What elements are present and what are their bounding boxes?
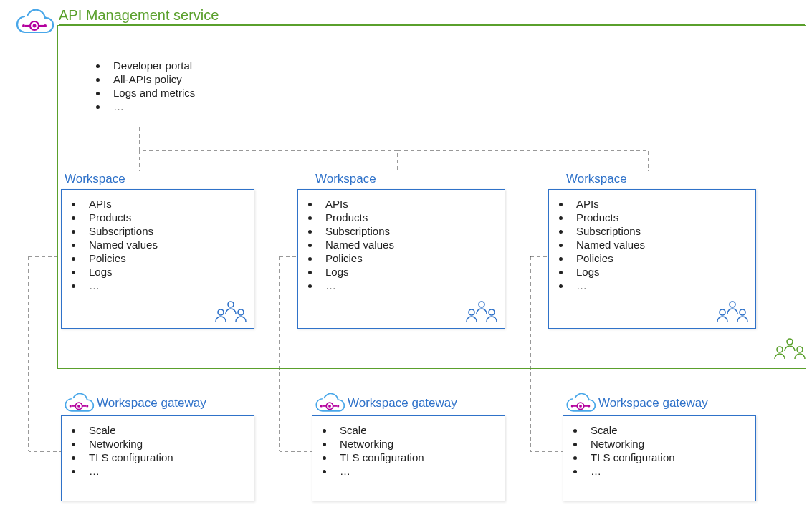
gateway-title: Workspace gateway [598, 396, 708, 410]
gateway-item: … [334, 464, 505, 478]
gateway-item: Networking [83, 437, 254, 451]
svg-point-14 [469, 309, 474, 315]
svg-point-11 [218, 309, 224, 315]
svg-point-18 [740, 309, 745, 315]
service-users-group-icon [773, 337, 807, 361]
svg-point-16 [730, 302, 735, 307]
svg-point-19 [787, 339, 793, 345]
workspace-item-list: APIs Products Subscriptions Named values… [549, 197, 755, 292]
gateway-item: Networking [334, 437, 505, 451]
workspace-item: Policies [320, 251, 505, 265]
workspace-item: Named values [83, 238, 254, 251]
apim-service-title: API Management service [59, 7, 219, 24]
workspace-item: Logs [83, 265, 254, 279]
gateway-item-list: Scale Networking TLS configuration … [312, 423, 505, 478]
svg-point-39 [571, 405, 573, 407]
svg-point-23 [77, 405, 80, 408]
svg-point-29 [328, 405, 331, 408]
workspace-item: … [320, 279, 505, 292]
service-feature-item: Logs and metrics [108, 86, 209, 100]
svg-point-35 [579, 405, 582, 408]
service-feature-list: Developer portal All-APIs policy Logs an… [79, 59, 209, 113]
gateway-box: Scale Networking TLS configuration … [61, 415, 254, 501]
users-group-icon [214, 299, 248, 324]
users-group-icon [715, 299, 750, 324]
workspace-item: Policies [570, 251, 755, 265]
gateway-item: TLS configuration [83, 451, 254, 464]
gateway-title: Workspace gateway [97, 396, 206, 410]
workspace-item: Subscriptions [320, 224, 505, 238]
workspace-item: Subscriptions [83, 224, 254, 238]
gateway-item: TLS configuration [334, 451, 505, 464]
workspace-item: Logs [570, 265, 755, 279]
workspace-box: APIs Products Subscriptions Named values… [297, 189, 505, 329]
workspace-item: APIs [320, 197, 505, 211]
workspace-item: APIs [83, 197, 254, 211]
gateway-box: Scale Networking TLS configuration … [563, 415, 756, 501]
workspace-item: Products [83, 211, 254, 224]
gateway-item: Scale [334, 423, 505, 437]
workspace-title: Workspace [566, 172, 627, 186]
workspace-title: Workspace [315, 172, 376, 186]
svg-point-13 [479, 302, 484, 307]
workspace-item-list: APIs Products Subscriptions Named values… [62, 197, 254, 292]
service-feature-item: Developer portal [108, 59, 209, 72]
service-feature-item: … [108, 100, 209, 113]
svg-point-7 [44, 24, 47, 27]
svg-point-27 [70, 405, 72, 407]
gateway-item: Scale [585, 423, 755, 437]
gateway-item: TLS configuration [585, 451, 755, 464]
workspace-item: Subscriptions [570, 224, 755, 238]
workspace-box: APIs Products Subscriptions Named values… [61, 189, 254, 329]
apim-service-icon [14, 6, 54, 41]
svg-point-31 [337, 405, 339, 407]
apim-title-underline [59, 24, 805, 25]
svg-point-10 [228, 302, 234, 307]
workspace-item: Named values [320, 238, 505, 251]
gateway-icon [63, 390, 95, 418]
gateway-item: … [83, 464, 254, 478]
workspace-title: Workspace [65, 172, 125, 186]
svg-point-5 [33, 24, 37, 28]
workspace-item: APIs [570, 197, 755, 211]
workspace-item: … [83, 279, 254, 292]
gateway-item: … [585, 464, 755, 478]
gateway-item: Networking [585, 437, 755, 451]
workspace-item: Products [570, 211, 755, 224]
svg-point-21 [797, 347, 803, 352]
workspace-item-list: APIs Products Subscriptions Named values… [298, 197, 505, 292]
gateway-item: Scale [83, 423, 254, 437]
workspace-item: Policies [83, 251, 254, 265]
workspace-item: Products [320, 211, 505, 224]
gateway-box: Scale Networking TLS configuration … [312, 415, 505, 501]
gateway-title: Workspace gateway [348, 396, 457, 410]
gateway-icon [314, 390, 345, 418]
gateway-item-list: Scale Networking TLS configuration … [62, 423, 254, 478]
svg-point-25 [86, 405, 88, 407]
diagram-canvas: API Management service Developer portal … [0, 0, 812, 515]
svg-point-15 [489, 309, 495, 315]
workspace-item: Named values [570, 238, 755, 251]
service-feature-item: All-APIs policy [108, 72, 209, 86]
workspace-item: … [570, 279, 755, 292]
users-group-icon [464, 299, 499, 324]
svg-point-20 [777, 347, 783, 352]
svg-point-9 [22, 24, 25, 27]
svg-point-37 [588, 405, 590, 407]
gateway-item-list: Scale Networking TLS configuration … [563, 423, 755, 478]
workspace-item: Logs [320, 265, 505, 279]
svg-point-12 [238, 309, 244, 315]
svg-point-33 [320, 405, 323, 407]
gateway-icon [565, 390, 596, 418]
workspace-box: APIs Products Subscriptions Named values… [548, 189, 756, 329]
svg-point-17 [720, 309, 725, 315]
